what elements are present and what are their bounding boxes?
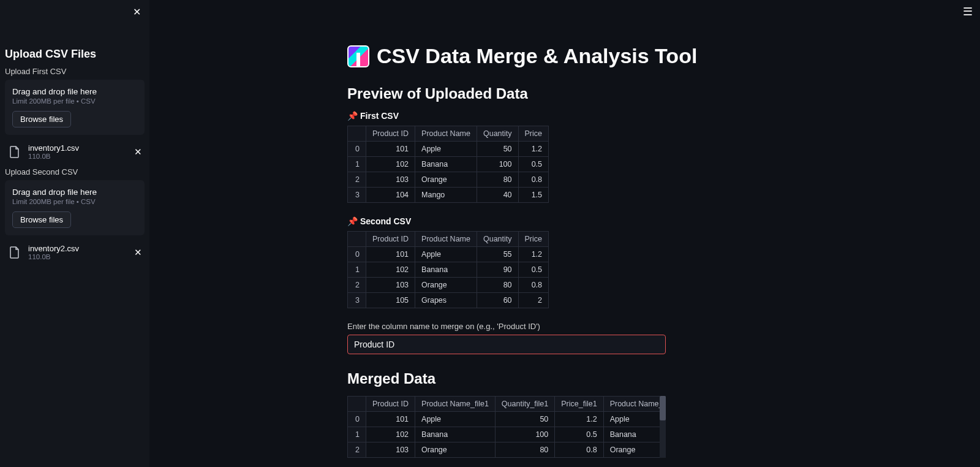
upload-first-label: Upload First CSV bbox=[5, 67, 145, 76]
main-area: ☰ CSV Data Merge & Analysis Tool Preview… bbox=[149, 0, 980, 467]
sidebar: ✕ Upload CSV Files Upload First CSV Drag… bbox=[0, 0, 149, 467]
app-logo-icon bbox=[347, 45, 369, 67]
file-icon bbox=[7, 145, 22, 159]
file-name: inventory1.csv bbox=[28, 143, 128, 153]
close-sidebar-button[interactable]: ✕ bbox=[133, 6, 141, 18]
table-row: 0101Apple501.2Apple55 bbox=[348, 412, 660, 427]
table-row: 1102Banana900.5 bbox=[348, 262, 549, 278]
scrollbar-vertical[interactable] bbox=[660, 396, 666, 458]
dropzone-second[interactable]: Drag and drop file here Limit 200MB per … bbox=[5, 180, 145, 235]
sidebar-heading: Upload CSV Files bbox=[5, 48, 145, 61]
menu-icon[interactable]: ☰ bbox=[963, 5, 973, 18]
merge-column-input[interactable] bbox=[347, 335, 666, 354]
preview-heading: Preview of Uploaded Data bbox=[347, 85, 788, 102]
table-row: 0101Apple551.2 bbox=[348, 247, 549, 262]
pin-icon: 📌 bbox=[347, 216, 358, 226]
file-name: inventory2.csv bbox=[28, 244, 128, 253]
second-csv-label: 📌Second CSV bbox=[347, 216, 788, 226]
remove-file-2-button[interactable]: ✕ bbox=[134, 247, 142, 258]
upload-second-label: Upload Second CSV bbox=[5, 167, 145, 177]
table-row: 2103Orange800.8 bbox=[348, 278, 549, 293]
pin-icon: 📌 bbox=[347, 111, 358, 121]
page-title: CSV Data Merge & Analysis Tool bbox=[377, 44, 697, 68]
browse-files-button-2[interactable]: Browse files bbox=[12, 211, 71, 228]
table-row: 1102Banana1000.5Banana90 bbox=[348, 427, 660, 442]
dropzone-title: Drag and drop file here bbox=[12, 188, 137, 197]
table-row: 1102Banana1000.5 bbox=[348, 157, 549, 172]
table-row: 3104Mango401.5 bbox=[348, 188, 549, 203]
merged-table: Product IDProduct Name_file1Quantity_fil… bbox=[347, 396, 660, 458]
table-row: 3105Grapes602 bbox=[348, 293, 549, 308]
table-row: 0101Apple501.2 bbox=[348, 142, 549, 157]
file-size: 110.0B bbox=[28, 253, 128, 260]
first-csv-label: 📌First CSV bbox=[347, 111, 788, 121]
file-size: 110.0B bbox=[28, 153, 128, 160]
table-row: 2103Orange800.8Orange80 bbox=[348, 442, 660, 458]
first-csv-table: Product IDProduct NameQuantityPrice0101A… bbox=[347, 126, 549, 203]
dropzone-subtext: Limit 200MB per file • CSV bbox=[12, 198, 137, 205]
dropzone-title: Drag and drop file here bbox=[12, 87, 137, 96]
dropzone-subtext: Limit 200MB per file • CSV bbox=[12, 97, 137, 105]
uploaded-file-2: inventory2.csv 110.0B ✕ bbox=[5, 240, 145, 268]
merged-heading: Merged Data bbox=[347, 370, 788, 387]
browse-files-button-1[interactable]: Browse files bbox=[12, 111, 71, 127]
merge-column-label: Enter the column name to merge on (e.g.,… bbox=[347, 322, 788, 331]
second-csv-table: Product IDProduct NameQuantityPrice0101A… bbox=[347, 231, 549, 308]
file-icon bbox=[7, 245, 22, 260]
uploaded-file-1: inventory1.csv 110.0B ✕ bbox=[5, 140, 145, 167]
dropzone-first[interactable]: Drag and drop file here Limit 200MB per … bbox=[5, 80, 145, 135]
table-row: 2103Orange800.8 bbox=[348, 172, 549, 188]
remove-file-1-button[interactable]: ✕ bbox=[134, 146, 142, 158]
